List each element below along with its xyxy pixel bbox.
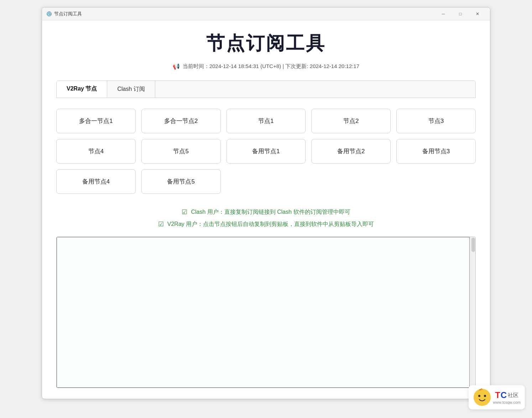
titlebar-left: 订 节点订阅工具 — [46, 11, 82, 17]
maximize-button[interactable]: □ — [452, 9, 469, 19]
node-button-backup3[interactable]: 备用节点3 — [396, 139, 476, 164]
check-icon-clash: ☑ — [182, 208, 187, 216]
output-area-wrapper — [56, 237, 476, 388]
node-button-node5[interactable]: 节点5 — [141, 139, 221, 164]
node-button-multi2[interactable]: 多合一节点2 — [141, 109, 221, 133]
svg-text:订: 订 — [47, 12, 51, 16]
tc-logo-icon — [473, 388, 491, 407]
tab-bar: V2Ray 节点 Clash 订阅 — [56, 81, 476, 98]
titlebar-controls: ─ □ ✕ — [435, 9, 486, 19]
status-icon: 📢 — [173, 63, 180, 70]
page-title: 节点订阅工具 — [206, 31, 326, 56]
svg-point-3 — [478, 395, 480, 397]
status-bar: 📢 当前时间：2024-12-14 18:54:31 (UTC+8) | 下次更… — [173, 63, 359, 70]
info-v2ray: ☑ V2Ray 用户：点击节点按钮后自动复制到剪贴板，直接到软件中从剪贴板导入即… — [158, 220, 374, 228]
minimize-button[interactable]: ─ — [435, 9, 452, 19]
info-v2ray-text: V2Ray 用户：点击节点按钮后自动复制到剪贴板，直接到软件中从剪贴板导入即可 — [167, 221, 374, 228]
scrollbar-thumb — [471, 238, 475, 252]
titlebar-title: 节点订阅工具 — [54, 11, 82, 17]
tab-v2ray[interactable]: V2Ray 节点 — [57, 81, 107, 98]
tab-clash[interactable]: Clash 订阅 — [107, 81, 155, 98]
svg-point-4 — [484, 395, 486, 397]
node-button-node3[interactable]: 节点3 — [396, 109, 476, 133]
watermark: T C 社区 www.tcsqw.com — [469, 385, 525, 409]
svg-point-2 — [474, 389, 491, 406]
main-window: 订 节点订阅工具 ─ □ ✕ 节点订阅工具 📢 当前时间：2024-12-14 … — [42, 7, 490, 399]
node-button-node1[interactable]: 节点1 — [226, 109, 306, 133]
check-icon-v2ray: ☑ — [158, 220, 164, 228]
titlebar: 订 节点订阅工具 ─ □ ✕ — [42, 7, 490, 20]
info-clash: ☑ Clash 用户：直接复制订阅链接到 Clash 软件的订阅管理中即可 — [182, 208, 350, 216]
output-textarea[interactable] — [57, 237, 470, 388]
node-button-node2[interactable]: 节点2 — [311, 109, 391, 133]
scrollbar-track[interactable] — [470, 237, 475, 388]
node-button-multi1[interactable]: 多合一节点1 — [56, 109, 136, 133]
node-button-backup4[interactable]: 备用节点4 — [56, 169, 136, 194]
node-buttons-grid: 多合一节点1 多合一节点2 节点1 节点2 节点3 节点4 节点5 备用节点1 … — [56, 109, 476, 194]
app-icon: 订 — [46, 11, 52, 17]
main-content: 节点订阅工具 📢 当前时间：2024-12-14 18:54:31 (UTC+8… — [42, 20, 490, 399]
info-section: ☑ Clash 用户：直接复制订阅链接到 Clash 软件的订阅管理中即可 ☑ … — [56, 208, 476, 228]
watermark-url: www.tcsqw.com — [493, 400, 521, 404]
node-button-backup2[interactable]: 备用节点2 — [311, 139, 391, 164]
info-clash-text: Clash 用户：直接复制订阅链接到 Clash 软件的订阅管理中即可 — [191, 208, 350, 216]
status-text: 当前时间：2024-12-14 18:54:31 (UTC+8) | 下次更新:… — [183, 63, 359, 70]
node-button-backup1[interactable]: 备用节点1 — [226, 139, 306, 164]
close-button[interactable]: ✕ — [469, 9, 486, 19]
node-button-node4[interactable]: 节点4 — [56, 139, 136, 164]
node-button-backup5[interactable]: 备用节点5 — [141, 169, 221, 194]
